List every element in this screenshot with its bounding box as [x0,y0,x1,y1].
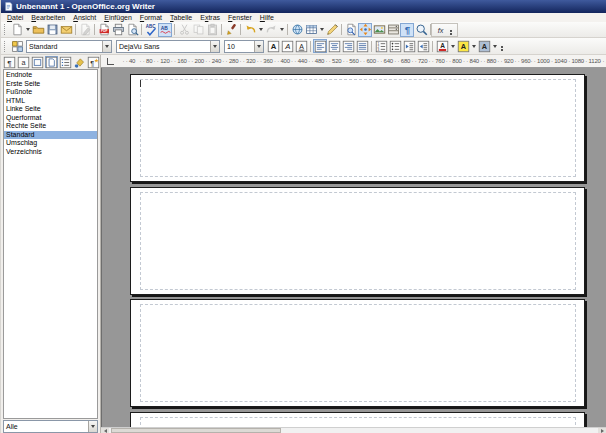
style-filter-dropdown-button[interactable] [88,421,97,432]
increase-indent-button[interactable] [416,39,430,53]
style-item-linke-seite[interactable]: Linke Seite [4,105,97,114]
menu-datei[interactable]: Datei [3,13,27,22]
horizontal-ruler[interactable]: · · 40· · 80· · 120· · 160· · 200· · 240… [101,55,606,68]
document-page[interactable] [130,412,585,427]
font-color-button[interactable]: A [435,39,449,53]
paste-button[interactable] [205,23,219,37]
style-item-standard[interactable]: Standard [4,131,97,140]
fill-format-mode-button[interactable] [73,56,86,68]
font-name-selector-dropdown-button[interactable] [210,41,219,52]
redo-button[interactable] [264,23,278,37]
paragraph-style-selector-value[interactable]: Standard [27,41,102,52]
style-item-umschlag[interactable]: Umschlag [4,139,97,148]
menu-tabelle[interactable]: Tabelle [166,13,196,22]
menu-bearbeiten[interactable]: Bearbeiten [27,13,69,22]
style-item-verzeichnis[interactable]: Verzeichnis [4,148,97,157]
align-justify-button[interactable] [355,39,369,53]
scroll-right-button[interactable] [598,428,606,433]
page-preview-button[interactable] [125,23,139,37]
underline-button[interactable]: A [294,39,308,53]
menu-fenster[interactable]: Fenster [224,13,256,22]
style-item-querformat[interactable]: Querformat [4,114,97,123]
styles-window-toggle-button[interactable] [10,39,24,53]
insert-table-dropdown-button[interactable] [318,23,325,37]
menu-ansicht[interactable]: Ansicht [69,13,100,22]
frame-styles-button[interactable] [31,56,44,68]
font-size-selector-combobox[interactable]: 10 [224,40,264,53]
bullets-on-off-button[interactable] [388,39,402,53]
decrease-indent-button[interactable] [402,39,416,53]
style-filter-combobox[interactable]: Alle [3,420,98,433]
redo-dropdown-button[interactable] [278,23,285,37]
list-styles-button[interactable] [59,56,72,68]
gallery-button[interactable] [372,23,386,37]
save-document-button[interactable] [45,23,59,37]
character-styles-button[interactable]: a [17,56,30,68]
style-item-html[interactable]: HTML [4,97,97,106]
new-document-dropdown-button[interactable] [24,23,31,37]
align-center-button[interactable] [327,39,341,53]
paragraph-style-selector-dropdown-button[interactable] [102,41,111,52]
open-document-button[interactable] [31,23,45,37]
edit-file-button[interactable] [78,23,92,37]
numbering-on-off-button[interactable]: 123 [374,39,388,53]
menu-format[interactable]: Format [136,13,166,22]
show-draw-functions-button[interactable] [325,23,339,37]
paragraph-background-dropdown-button[interactable] [491,39,498,53]
insert-table-button[interactable] [304,23,318,37]
font-size-selector-value[interactable]: 10 [225,41,254,52]
undo-dropdown-button[interactable] [257,23,264,37]
style-item-endnote[interactable]: Endnote [4,71,97,80]
font-name-selector-value[interactable]: DejaVu Sans [117,41,210,52]
toolbar-overflow-button[interactable] [449,25,454,36]
bold-button[interactable]: A [266,39,280,53]
zoom-button[interactable] [414,23,428,37]
menu-einfügen[interactable]: Einfügen [100,13,136,22]
new-document-button[interactable] [10,23,24,37]
toolbar-overflow-button[interactable] [500,41,505,52]
cut-button[interactable] [177,23,191,37]
navigator-button[interactable] [358,23,372,37]
font-color-dropdown-button[interactable] [449,39,456,53]
print-file-button[interactable] [111,23,125,37]
find-and-replace-button[interactable] [344,23,358,37]
style-item-fußnote[interactable]: Fußnote [4,88,97,97]
data-sources-button[interactable] [386,23,400,37]
paragraph-style-selector-combobox[interactable]: Standard [26,40,112,53]
style-item-rechte-seite[interactable]: Rechte Seite [4,122,97,131]
copy-button[interactable] [191,23,205,37]
export-as-pdf-button[interactable]: PDF [97,23,111,37]
italic-button[interactable]: A [280,39,294,53]
scrollbar-thumb[interactable] [111,428,281,433]
document-page[interactable] [130,74,585,182]
format-paintbrush-button[interactable] [224,23,238,37]
menu-extras[interactable]: Extras [196,13,224,22]
undo-button[interactable] [243,23,257,37]
align-left-button[interactable] [313,39,327,53]
font-name-selector-combobox[interactable]: DejaVu Sans [116,40,220,53]
toolbar-drag-handle[interactable] [4,41,8,52]
menu-hilfe[interactable]: Hilfe [256,13,278,22]
align-right-button[interactable] [341,39,355,53]
spellcheck-button[interactable]: ABC [144,23,158,37]
new-style-from-selection-button[interactable]: ¶ [87,56,100,68]
document-as-email-button[interactable] [59,23,73,37]
page-styles-button[interactable] [45,56,58,68]
formula-button[interactable]: fx [433,23,447,37]
paragraph-styles-button[interactable]: ¶ [3,56,16,68]
auto-spellcheck-button[interactable]: AB [158,23,172,37]
document-page[interactable] [130,187,585,295]
style-item-erste-seite[interactable]: Erste Seite [4,80,97,89]
hyperlink-button[interactable] [290,23,304,37]
highlighting-dropdown-button[interactable] [470,39,477,53]
formatting-marks-button[interactable]: ¶ [400,23,414,37]
scroll-left-button[interactable] [101,428,109,433]
style-filter-value[interactable]: Alle [4,421,88,432]
document-page[interactable] [130,299,585,407]
highlighting-button[interactable]: A [456,39,470,53]
font-size-selector-dropdown-button[interactable] [254,41,263,52]
toolbar-drag-handle[interactable] [4,24,8,35]
horizontal-scrollbar[interactable] [101,427,606,433]
paragraph-background-button[interactable]: A [477,39,491,53]
tab-stop-selector-icon[interactable] [107,58,114,65]
